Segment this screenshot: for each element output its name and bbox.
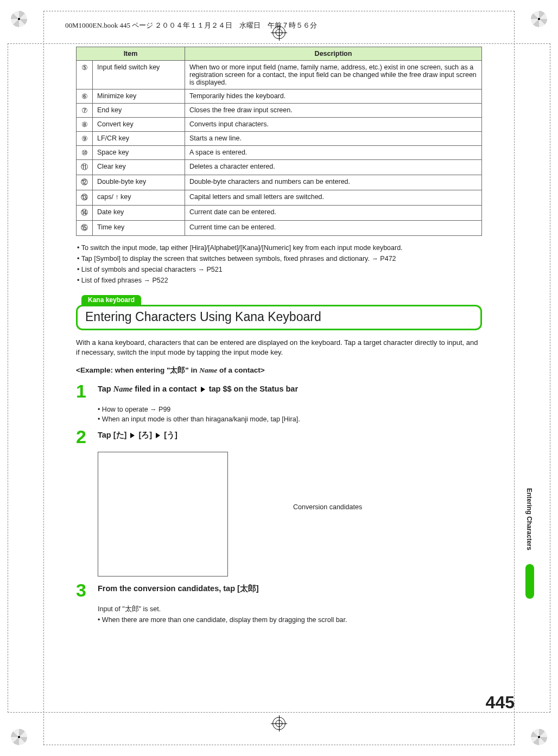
step-body: From the conversion candidates, tap [太郎]	[98, 582, 482, 594]
example-name: 太郎	[170, 366, 185, 374]
name-italic: Name	[113, 385, 132, 393]
row-item: Minimize key	[93, 89, 185, 104]
example-suffix: of a contact>	[217, 366, 264, 374]
note-item: List of fixed phrases → P522	[76, 276, 482, 285]
row-number: ⑧	[77, 118, 93, 132]
row-item: Convert key	[93, 118, 185, 132]
example-italic: Name	[199, 366, 217, 374]
candidates-label: Conversion candidates	[293, 503, 362, 511]
table-row: ⑬caps/ ↑ keyCapital letters and small le…	[77, 190, 482, 206]
section-tab: Kana keyboard	[81, 295, 141, 306]
row-number: ⑫	[77, 175, 93, 190]
page: 00M1000EN.book 445 ページ ２００４年１１月２４日 水曜日 午…	[0, 0, 558, 756]
step-number: 3	[76, 582, 98, 599]
row-description: When two or more input field (name, fami…	[185, 61, 482, 89]
row-item: Time key	[93, 221, 185, 236]
row-description: Converts input characters.	[185, 118, 482, 132]
row-number: ⑪	[77, 160, 93, 175]
example-line: <Example: when entering "太郎" in Name of …	[76, 366, 482, 375]
page-number: 445	[486, 693, 515, 713]
bottom-center-target	[271, 715, 287, 732]
row-description: Temporarily hides the keyboard.	[185, 89, 482, 104]
table-row: ⑭Date keyCurrent date can be entered.	[77, 206, 482, 221]
row-description: Starts a new line.	[185, 132, 482, 146]
row-description: Double-byte characters and numbers can b…	[185, 175, 482, 190]
note-item: Tap [Symbol] to display the screen that …	[76, 254, 482, 264]
step-body: Tap [た] [ろ] [う]	[98, 428, 482, 440]
table-row: ⑦End keyCloses the free draw input scree…	[77, 104, 482, 118]
row-item: Date key	[93, 206, 185, 221]
section-title: Entering Characters Using Kana Keyboard	[76, 305, 482, 330]
note-item: To switch the input mode, tap either [Hi…	[76, 244, 482, 253]
step-sub: When there are more than one candidate, …	[98, 616, 482, 624]
registration-circle-icon	[531, 11, 547, 27]
step-1: 1 Tap Name filed in a contact tap $$ on …	[76, 383, 482, 400]
row-description: Capital letters and small letters are sw…	[185, 190, 482, 206]
row-description: Deletes a character entered.	[185, 160, 482, 175]
row-item: LF/CR key	[93, 132, 185, 146]
step-2: 2 Tap [た] [ろ] [う]	[76, 428, 482, 445]
arrow-right-icon	[156, 433, 160, 438]
registration-target-icon	[271, 715, 287, 732]
row-item: Double-byte key	[93, 175, 185, 190]
step3-result: Input of "太郎" is set.	[98, 605, 482, 614]
step-body: Tap Name filed in a contact tap $$ on th…	[98, 383, 482, 394]
table-row: ⑧Convert keyConverts input characters.	[77, 118, 482, 132]
section-header: Kana keyboard Entering Characters Using …	[76, 295, 482, 330]
row-number: ⑮	[77, 221, 93, 236]
step2-figure-wrap: Conversion candidates	[76, 452, 482, 576]
screenshot-placeholder	[98, 452, 228, 576]
table-row: ⑨LF/CR keyStarts a new line.	[77, 132, 482, 146]
arrow-right-icon	[201, 387, 205, 392]
table-row: ⑥Minimize keyTemporarily hides the keybo…	[77, 89, 482, 104]
content-area: Item Description ⑤Input field switch key…	[33, 36, 525, 624]
row-number: ⑬	[77, 190, 93, 206]
row-number: ⑨	[77, 132, 93, 146]
row-number: ⑥	[77, 89, 93, 104]
table-row: ⑪Clear keyDeletes a character entered.	[77, 160, 482, 175]
table-row: ⑤Input field switch keyWhen two or more …	[77, 61, 482, 89]
step-3: 3 From the conversion candidates, tap [太…	[76, 582, 482, 599]
registration-circle-icon	[11, 729, 27, 745]
row-item: Input field switch key	[93, 61, 185, 89]
table-row: ⑮Time keyCurrent time can be entered.	[77, 221, 482, 236]
row-description: Current time can be entered.	[185, 221, 482, 236]
step-sub: When an input mode is other than hiragan…	[98, 415, 482, 423]
col-item-header: Item	[77, 47, 185, 61]
arrow-right-icon	[130, 433, 135, 438]
row-description: Closes the free draw input screen.	[185, 104, 482, 118]
step-number: 1	[76, 383, 98, 400]
table-row: ⑫Double-byte keyDouble-byte characters a…	[77, 175, 482, 190]
row-number: ⑤	[77, 61, 93, 89]
row-number: ⑭	[77, 206, 93, 221]
table-header-row: Item Description	[77, 47, 482, 61]
table-row: ⑩Space keyA space is entered.	[77, 146, 482, 160]
example-prefix: <Example: when entering "	[76, 366, 170, 374]
row-description: A space is entered.	[185, 146, 482, 160]
registration-circle-icon	[531, 729, 547, 745]
row-number: ⑩	[77, 146, 93, 160]
notes-list: To switch the input mode, tap either [Hi…	[76, 244, 482, 285]
row-item: End key	[93, 104, 185, 118]
registration-circle-icon	[11, 11, 27, 27]
row-item: Space key	[93, 146, 185, 160]
note-item: List of symbols and special characters →…	[76, 265, 482, 274]
side-accent	[525, 564, 534, 599]
col-desc-header: Description	[185, 47, 482, 61]
step-sub: How to operate → P99	[98, 406, 482, 413]
row-item: caps/ ↑ key	[93, 190, 185, 206]
key-description-table: Item Description ⑤Input field switch key…	[76, 47, 482, 236]
row-item: Clear key	[93, 160, 185, 175]
side-section-label: Entering Characters	[525, 488, 533, 550]
example-mid: " in	[185, 366, 199, 374]
step-number: 2	[76, 428, 98, 445]
row-description: Current date can be entered.	[185, 206, 482, 221]
intro-paragraph: With a kana keyboard, characters that ca…	[76, 338, 482, 358]
row-number: ⑦	[77, 104, 93, 118]
